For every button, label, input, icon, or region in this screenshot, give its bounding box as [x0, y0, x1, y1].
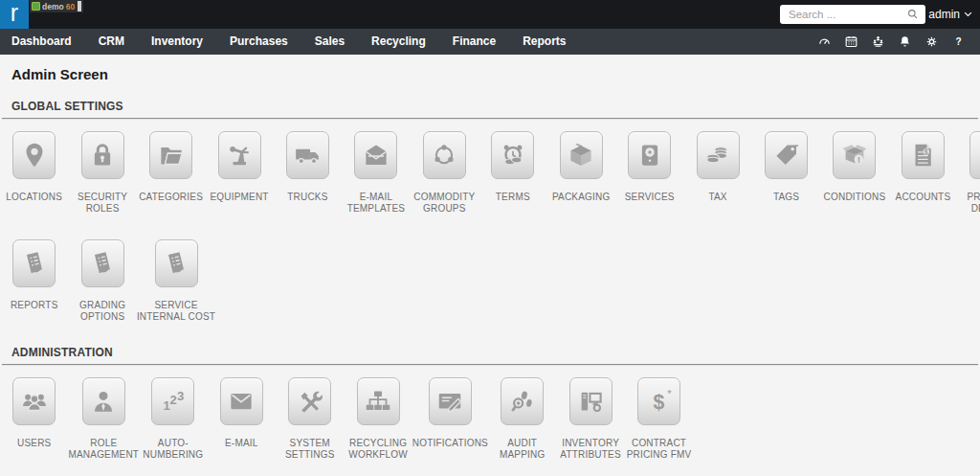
- users-group-icon: [20, 387, 49, 416]
- svg-text:*: *: [667, 388, 672, 399]
- tile-label: PRODUCTDETAILS: [957, 192, 980, 214]
- tile-graphic: [697, 131, 740, 179]
- demo-badge-end: [78, 1, 81, 11]
- tile-graphic: [491, 131, 534, 179]
- page-title: Admin Screen: [0, 55, 980, 86]
- tile-graphic: $: [969, 131, 980, 179]
- flowchart-icon: [364, 387, 392, 416]
- tile-graphic: [423, 131, 466, 179]
- nav-menu: DashboardCRMInventoryPurchasesSalesRecyc…: [0, 29, 580, 55]
- open-box-alert-icon: !: [840, 141, 869, 170]
- calendar-icon[interactable]: [844, 34, 858, 49]
- tile-graphic: [501, 377, 544, 425]
- nav-item-finance[interactable]: Finance: [439, 29, 509, 55]
- nav-item-purchases[interactable]: Purchases: [216, 29, 301, 55]
- tile-graphic: !: [833, 131, 876, 179]
- section-administration: ADMINISTRATIONUSERSROLEMANAGEMENT123AUTO…: [0, 346, 980, 460]
- help-icon[interactable]: ?: [951, 34, 966, 49]
- tile-graphic: [12, 131, 56, 179]
- nav-item-reports[interactable]: Reports: [509, 29, 579, 55]
- bell-icon[interactable]: [898, 34, 912, 49]
- network-nodes-icon: [430, 141, 458, 170]
- dollar-sign-icon: $*: [645, 387, 674, 416]
- package-box-icon: [567, 141, 595, 170]
- tile-graphic: [288, 377, 331, 425]
- tile-label: CONTRACTPRICING FMV: [625, 438, 693, 460]
- demo-badge-value: 60: [66, 2, 75, 11]
- tile-row: LOCATIONSSECURITYROLESCATEGORIESEQUIPMEN…: [0, 120, 980, 214]
- tile-graphic: 123: [151, 377, 194, 425]
- demo-badge-label: demo: [42, 2, 64, 11]
- chevron-down-icon: [964, 11, 972, 17]
- svg-text:!: !: [858, 155, 860, 165]
- tile-graphic: $: [902, 131, 945, 179]
- section-title: GLOBAL SETTINGS: [11, 100, 980, 113]
- tilted-report-icon: [162, 249, 190, 278]
- tile-graphic: [81, 131, 124, 179]
- search-icon[interactable]: [906, 8, 920, 21]
- tile-row: USERSROLEMANAGEMENT123AUTO-NUMBERINGE-MA…: [0, 366, 980, 460]
- svg-text:$: $: [653, 391, 664, 414]
- demo-badge: demo 60: [30, 0, 83, 12]
- tile-graphic: [560, 131, 603, 179]
- nav-item-crm[interactable]: CRM: [85, 29, 138, 55]
- padlock-icon: [88, 141, 117, 170]
- svg-text:2: 2: [169, 393, 176, 407]
- footprints-magnifier-icon: [508, 387, 537, 416]
- person-tie-icon: [89, 387, 118, 416]
- invoice-dollar-icon: $: [908, 141, 937, 170]
- org-people-icon[interactable]: [871, 34, 885, 49]
- nav-item-inventory[interactable]: Inventory: [138, 29, 216, 55]
- hard-drive-icon: [635, 141, 664, 170]
- gauge-icon[interactable]: [817, 34, 832, 49]
- robot-arm-icon: [225, 141, 254, 170]
- note-pen-icon: [435, 387, 464, 416]
- svg-text:3: 3: [177, 389, 184, 403]
- open-envelope-icon: [362, 141, 390, 170]
- nav-item-sales[interactable]: Sales: [301, 29, 358, 55]
- tile-graphic: [628, 131, 671, 179]
- tile-contract-pricing-fmv[interactable]: $*CONTRACTPRICING FMV: [625, 377, 693, 460]
- hammer-wrench-icon: [296, 387, 324, 416]
- tile-row: REPORTSGRADINGOPTIONSSERVICEINTERNAL COS…: [0, 214, 980, 322]
- gear-icon[interactable]: [924, 34, 939, 49]
- tile-graphic: [220, 377, 263, 425]
- search-input[interactable]: [780, 5, 907, 24]
- tile-graphic: [149, 131, 192, 179]
- tile-graphic: [569, 377, 612, 425]
- nav-item-recycling[interactable]: Recycling: [358, 29, 439, 55]
- truck-icon: [293, 141, 322, 170]
- coin-stacks-icon: [703, 141, 732, 170]
- tile-graphic: [429, 377, 472, 425]
- nav-item-dashboard[interactable]: Dashboard: [0, 29, 85, 55]
- tile-graphic: [218, 131, 261, 179]
- tile-label: SERVICEINTERNAL COST: [137, 300, 215, 322]
- numbers-123-icon: 123: [159, 387, 188, 416]
- location-pin-icon: [20, 141, 49, 170]
- search-box: [780, 5, 925, 24]
- folder-icon: [157, 141, 186, 170]
- tile-graphic: [12, 239, 56, 287]
- alarm-clock-coins-icon: [499, 141, 527, 170]
- envelope-icon: [227, 387, 256, 416]
- tile-graphic: [354, 131, 397, 179]
- tile-product-details[interactable]: $PRODUCTDETAILS: [957, 131, 980, 214]
- tile-graphic: [82, 377, 125, 425]
- app-logo-letter: r: [11, 1, 18, 25]
- top-bar: r demo 60 admin: [0, 0, 980, 29]
- svg-text:$: $: [924, 148, 928, 156]
- tile-graphic: [765, 131, 808, 179]
- tile-graphic: [12, 377, 56, 425]
- user-menu[interactable]: admin: [928, 0, 972, 29]
- tile-graphic: [155, 239, 198, 287]
- svg-text:?: ?: [955, 36, 961, 47]
- tilted-report-icon: [20, 249, 49, 278]
- tile-graphic: $*: [637, 377, 680, 425]
- computer-gear-icon: [576, 387, 605, 416]
- app-logo[interactable]: r: [0, 0, 29, 29]
- main-nav: DashboardCRMInventoryPurchasesSalesRecyc…: [0, 29, 980, 55]
- section-global-settings: GLOBAL SETTINGSLOCATIONSSECURITYROLESCAT…: [0, 100, 980, 322]
- tile-service-internal-cost[interactable]: SERVICEINTERNAL COST: [137, 239, 215, 322]
- demo-badge-icon: [32, 2, 40, 11]
- tile-graphic: [357, 377, 400, 425]
